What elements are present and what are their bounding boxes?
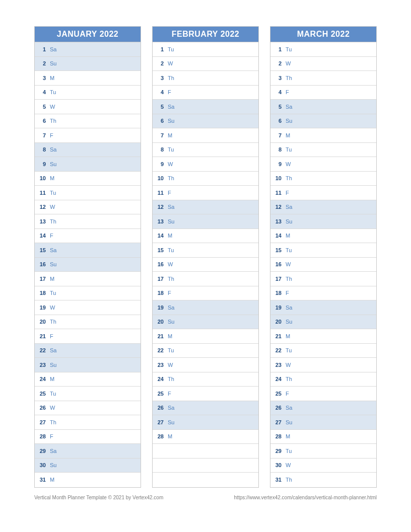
day-number: 23	[35, 362, 47, 368]
day-name: M	[283, 333, 294, 339]
day-row: 2Su	[35, 57, 141, 71]
day-number: 30	[35, 462, 47, 468]
day-name: Su	[47, 362, 58, 368]
day-name: F	[165, 89, 176, 95]
day-name: W	[47, 204, 58, 210]
day-row: 1Sa	[35, 42, 141, 57]
day-name: W	[283, 362, 294, 368]
day-name: Tu	[47, 391, 58, 397]
day-row: 7F	[35, 128, 141, 143]
day-name: F	[283, 290, 294, 296]
day-name: F	[283, 391, 294, 397]
day-name: M	[283, 433, 294, 439]
day-number: 19	[35, 305, 47, 311]
day-name: Sa	[47, 46, 58, 52]
day-number: 3	[35, 75, 47, 81]
day-name: Su	[165, 319, 176, 325]
day-row: 21M	[153, 329, 258, 344]
day-row: 20Su	[270, 315, 376, 330]
day-row: 25F	[153, 387, 258, 401]
day-name: W	[47, 305, 58, 311]
day-name: Th	[283, 376, 294, 382]
day-number: 5	[270, 104, 283, 110]
day-name: Tu	[283, 247, 294, 253]
day-row: 6Su	[270, 114, 376, 129]
day-name: Th	[165, 175, 176, 181]
day-name: M	[283, 132, 294, 138]
day-name: Su	[47, 462, 58, 468]
day-name: Su	[47, 161, 58, 167]
day-number: 7	[35, 132, 47, 138]
day-number: 28	[153, 433, 165, 439]
day-row: 10Th	[270, 172, 376, 186]
day-number: 16	[35, 261, 47, 267]
day-name: F	[283, 190, 294, 196]
day-row: 11F	[270, 186, 376, 200]
day-row: 29Tu	[270, 444, 376, 459]
day-number: 17	[153, 276, 165, 282]
day-number: 10	[270, 175, 283, 181]
day-row: 25F	[270, 387, 376, 401]
day-name: W	[283, 462, 294, 468]
day-number: 19	[153, 305, 165, 311]
day-number: 9	[153, 161, 165, 167]
day-name: W	[283, 60, 294, 66]
day-row: 23W	[270, 358, 376, 372]
day-name: M	[165, 233, 176, 239]
day-number: 6	[35, 118, 47, 124]
day-name: Tu	[283, 46, 294, 52]
day-number: 23	[153, 362, 165, 368]
day-number: 26	[35, 405, 47, 411]
day-row: 27Su	[153, 415, 258, 430]
day-number: 15	[270, 247, 283, 253]
day-row: 9Su	[35, 157, 141, 172]
day-row: 24M	[35, 372, 141, 387]
day-row: 14M	[270, 229, 376, 244]
day-name: Th	[165, 376, 176, 382]
day-number: 18	[270, 290, 283, 296]
day-name: Su	[165, 218, 176, 224]
day-name: Th	[47, 118, 58, 124]
day-name: W	[283, 161, 294, 167]
day-row: 14F	[35, 229, 141, 244]
month-column: FEBRUARY 20221Tu2W3Th4F5Sa6Su7M8Tu9W10Th…	[152, 26, 259, 488]
day-number: 9	[35, 161, 47, 167]
day-name: Th	[47, 419, 58, 425]
day-name: F	[165, 190, 176, 196]
day-row: 22Sa	[35, 344, 141, 358]
day-name: M	[165, 333, 176, 339]
month-title: MARCH 2022	[270, 27, 376, 42]
day-number: 8	[153, 146, 165, 153]
day-number: 10	[153, 175, 165, 181]
day-name: Sa	[47, 146, 58, 153]
day-number: 25	[153, 391, 165, 397]
day-number: 24	[35, 376, 47, 382]
day-number: 26	[153, 405, 165, 411]
day-row: 15Tu	[270, 243, 376, 258]
day-name: Su	[47, 261, 58, 267]
day-number: 8	[35, 146, 47, 153]
day-name: F	[47, 333, 58, 339]
day-row: 4F	[153, 86, 258, 100]
day-number: 22	[270, 347, 283, 353]
day-row: 25Tu	[35, 387, 141, 401]
day-row: 19W	[35, 300, 141, 315]
day-number: 6	[270, 118, 283, 124]
day-row: 22Tu	[270, 344, 376, 358]
footer-right: https://www.vertex42.com/calendars/verti…	[234, 495, 377, 500]
day-name: Tu	[165, 146, 176, 153]
day-row: 6Su	[153, 114, 258, 129]
day-row: 12Sa	[153, 200, 258, 215]
day-row: 4Tu	[35, 86, 141, 100]
month-column: JANUARY 20221Sa2Su3M4Tu5W6Th7F8Sa9Su10M1…	[34, 26, 141, 488]
day-number: 30	[270, 462, 283, 468]
day-name: Tu	[283, 347, 294, 353]
day-number: 5	[35, 104, 47, 110]
day-number: 14	[35, 233, 47, 239]
day-number: 23	[270, 362, 283, 368]
day-name: M	[47, 477, 58, 483]
day-name: M	[165, 132, 176, 138]
day-row: 12W	[35, 200, 141, 215]
day-row: 24Th	[153, 372, 258, 387]
day-row	[153, 473, 258, 487]
